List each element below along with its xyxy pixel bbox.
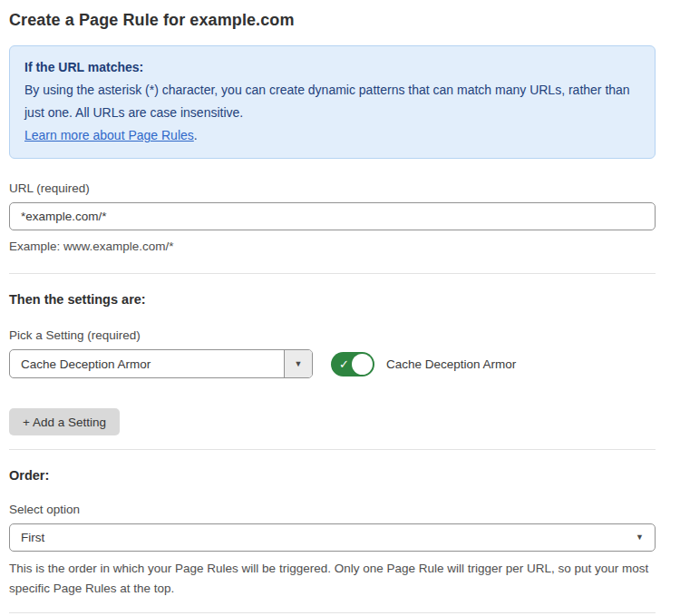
check-icon: ✓ (339, 357, 349, 371)
learn-more-link[interactable]: Learn more about Page Rules (24, 128, 194, 142)
settings-section-heading: Then the settings are: (9, 292, 656, 307)
add-setting-button[interactable]: + Add a Setting (9, 408, 120, 435)
order-helper-text: This is the order in which your Page Rul… (9, 559, 656, 599)
url-input[interactable] (9, 202, 656, 230)
order-section-heading: Order: (9, 468, 656, 483)
url-field-label: URL (required) (9, 181, 656, 195)
setting-row: Cache Deception Armor ▼ ✓ Cache Deceptio… (9, 349, 656, 378)
page-rule-form: Create a Page Rule for example.com If th… (0, 0, 680, 616)
info-box-link-line: Learn more about Page Rules. (24, 124, 640, 147)
order-select-dropdown[interactable]: First ▼ (9, 523, 656, 552)
info-box-body: By using the asterisk (*) character, you… (24, 79, 640, 124)
pick-setting-label: Pick a Setting (required) (9, 328, 656, 342)
setting-toggle-group: ✓ Cache Deception Armor (331, 352, 516, 376)
toggle-knob (352, 354, 373, 375)
link-suffix: . (194, 128, 198, 142)
cache-deception-armor-toggle[interactable]: ✓ (331, 352, 374, 376)
toggle-label: Cache Deception Armor (386, 357, 516, 371)
divider (9, 449, 656, 450)
order-select-value: First (21, 531, 636, 544)
url-example-helper: Example: www.example.com/* (9, 237, 656, 257)
url-match-info-box: If the URL matches: By using the asteris… (9, 45, 656, 159)
select-option-label: Select option (9, 503, 656, 516)
setting-select-value: Cache Deception Armor (10, 350, 284, 377)
divider (9, 273, 656, 274)
divider (9, 612, 656, 613)
chevron-down-icon: ▼ (295, 360, 303, 368)
setting-select-dropdown[interactable]: Cache Deception Armor ▼ (9, 349, 313, 378)
info-box-heading: If the URL matches: (24, 56, 640, 79)
page-title: Create a Page Rule for example.com (9, 11, 656, 30)
setting-select-arrow-button[interactable]: ▼ (284, 350, 312, 377)
chevron-down-icon: ▼ (636, 533, 644, 542)
